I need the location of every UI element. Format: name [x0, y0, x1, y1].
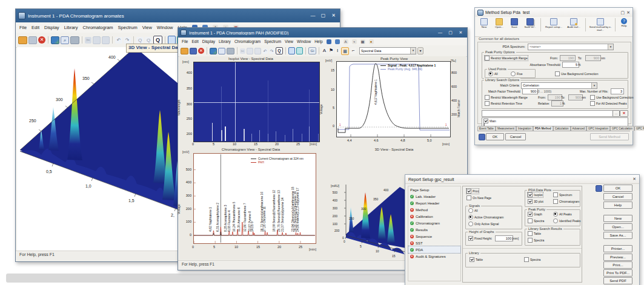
tab-gpc-ranges[interactable]: GPC Ranges [634, 126, 644, 131]
new-doc-icon[interactable] [288, 47, 295, 54]
ok-button[interactable]: OK [486, 133, 504, 140]
send-method-email-button[interactable]: Send method by e-mail... [589, 18, 612, 31]
aromates-titlebar[interactable]: Instrument 1 - PDA Chromatogram aromates… [16, 9, 340, 22]
cursor-i-icon[interactable]: I [335, 48, 340, 54]
menu-library[interactable]: Library [219, 39, 231, 44]
pda-spectrum-select[interactable]: <none> [528, 44, 614, 50]
close-icon[interactable]: ✕ [632, 177, 636, 182]
absorbance-threshold-field[interactable]: 5 [562, 62, 579, 68]
signal-select[interactable]: Spectral Data [359, 47, 416, 54]
close-icon[interactable]: ✕ [457, 30, 465, 36]
ls-to-field[interactable]: 900 [568, 94, 583, 100]
active-tool-icon[interactable]: ▩ [341, 47, 349, 55]
lsr-spectra-checkbox[interactable]: Spectra [528, 238, 544, 243]
new-doc-icon[interactable] [168, 36, 176, 44]
spectrum-icon[interactable] [335, 39, 340, 44]
zoom-tool-icon[interactable]: Q [153, 36, 162, 44]
nav-sst[interactable]: ✕SST [408, 240, 460, 246]
isoplot-view-icon[interactable] [51, 36, 59, 44]
library-spectra-checkbox[interactable]: Spectra [524, 257, 540, 262]
menu-file[interactable]: File [182, 39, 188, 44]
spectra-checkbox[interactable]: Spectra [528, 218, 544, 223]
isoplot-view-icon[interactable] [210, 48, 217, 54]
minimize-icon[interactable]: — [309, 13, 317, 19]
to-field[interactable]: 900 [585, 55, 601, 61]
report-titlebar[interactable]: Report Setup gpc_result ✕ [405, 175, 639, 184]
tab-integration[interactable]: Integration [516, 126, 533, 131]
nav-pda[interactable]: ✓PDA [408, 246, 460, 253]
print-icon[interactable] [70, 36, 79, 44]
pah-titlebar[interactable]: Instrument 1 - PDA Chromatogram PAH (MOD… [178, 28, 467, 38]
print-button[interactable]: Print... [603, 261, 632, 269]
all-peaks-radio[interactable]: All Peaks [553, 212, 572, 217]
send-method-button[interactable]: Send Method [590, 133, 629, 140]
menu-view[interactable]: View [285, 39, 293, 44]
nav-lab-header[interactable]: ✓Lab. Header [408, 193, 460, 200]
paste-icon[interactable] [254, 48, 261, 54]
signals-all-radio[interactable]: All [468, 208, 478, 213]
method-titlebar[interactable]: Method Setup Pda_test ▢ ✕ [475, 8, 632, 18]
open-button[interactable]: Open... [493, 18, 506, 29]
preview-icon[interactable] [218, 48, 225, 54]
use-bg-correction-checkbox[interactable]: Use Background Correction [555, 71, 598, 76]
save-icon[interactable] [190, 48, 197, 54]
library-path-field[interactable] [482, 110, 614, 117]
open-button[interactable]: Open... [603, 223, 632, 231]
annotation-icon[interactable]: A [344, 39, 348, 44]
redo-icon[interactable]: ↷ [124, 37, 131, 44]
label-a-icon[interactable]: A [322, 48, 327, 54]
close-chromatogram-icon[interactable]: ✕ [38, 36, 45, 44]
menu-edit[interactable]: Edit [32, 25, 39, 30]
tab-gpc-integration[interactable]: GPC Integration [586, 126, 610, 131]
close-icon[interactable]: ✕ [626, 10, 630, 15]
pda-icon[interactable] [327, 39, 331, 44]
max-hits-field[interactable]: 3 [611, 88, 624, 94]
nav-calibration[interactable]: ✕Calibration [408, 213, 460, 220]
cancel-button[interactable]: Cancel [603, 193, 632, 200]
zoom-in-icon[interactable]: Q [145, 37, 152, 44]
from-field[interactable]: 190 [560, 55, 576, 61]
used-points-all-radio[interactable]: All [488, 71, 498, 76]
library-table-checkbox[interactable]: Table [470, 257, 483, 262]
fixed-height-field[interactable]: 100 [495, 235, 513, 241]
lock-icon[interactable]: ● [369, 39, 374, 44]
signals-active-radio[interactable]: Active Chromatogram [468, 215, 503, 220]
maximize-icon[interactable]: ▢ [446, 30, 454, 36]
close-icon[interactable]: ✕ [330, 13, 337, 19]
menu-edit[interactable]: Edit [191, 39, 198, 44]
nav-sequence[interactable]: ✕Sequence [408, 233, 460, 240]
maximize-icon[interactable]: ▢ [621, 10, 625, 15]
isoplot-checkbox[interactable]: Isoplot [528, 192, 543, 197]
menu-spectrum[interactable]: Spectrum [118, 25, 138, 30]
ls-restrict-wavelength-checkbox[interactable]: Restrict Wavelength Range [485, 95, 528, 100]
threed-plot-checkbox[interactable]: 3D plot [528, 199, 543, 204]
help-button[interactable]: ?Help [619, 18, 629, 28]
print-to-pdf-button[interactable]: Print To PDF... [603, 269, 632, 277]
cut-icon[interactable]: ✂ [240, 48, 245, 54]
nav-page-setup[interactable]: Page Setup [408, 186, 460, 193]
maximize-icon[interactable]: ▢ [319, 13, 327, 19]
report-setup-button[interactable]: Report setup... [544, 18, 563, 29]
nav-chromatogram[interactable]: ✓Chromatogram [408, 220, 460, 226]
save-icon[interactable] [28, 36, 37, 44]
open-icon[interactable] [18, 36, 27, 44]
menu-window[interactable]: Window [157, 25, 173, 30]
save-button[interactable]: Save [508, 18, 521, 29]
restrict-wavelength-checkbox[interactable]: Restrict Wavelength Range [485, 56, 528, 61]
spectrum-checkbox[interactable]: Spectrum [553, 192, 572, 197]
menu-display[interactable]: Display [202, 39, 215, 44]
isoplot-plot[interactable] [193, 62, 320, 142]
browse-button[interactable]: … [612, 110, 620, 117]
preview-icon[interactable]: ⌕ [61, 36, 69, 44]
tab-event-table[interactable]: Event Table [477, 126, 496, 131]
menu-help[interactable]: Help [314, 39, 322, 44]
fixed-height-checkbox[interactable]: Fixed Height: [468, 236, 492, 241]
overlay-icon[interactable]: Gi [308, 47, 316, 54]
undo-icon[interactable]: ↶ [262, 48, 268, 54]
combo-more-icon[interactable]: ▾ [417, 47, 423, 54]
menu-window[interactable]: Window [297, 39, 311, 44]
library-main-item[interactable]: Main [483, 119, 628, 123]
all-detected-peaks-checkbox[interactable]: For All Detected Peaks [590, 101, 627, 106]
printer-button[interactable]: Printer... [603, 245, 632, 252]
ls-from-field[interactable]: 190 [548, 94, 562, 100]
